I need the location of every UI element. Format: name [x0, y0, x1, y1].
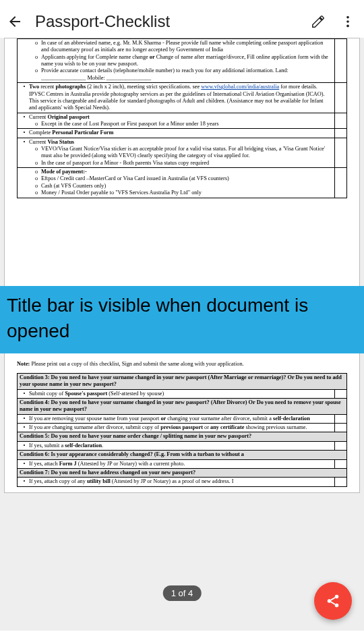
checklist-text: Money / Postal Order payable to "VFS Ser… [41, 190, 332, 196]
svg-point-4 [328, 599, 332, 603]
checklist-text: If yes, submit a self-declaration. [29, 442, 332, 449]
condition-header: Condition 7: Do you need to have address… [18, 468, 347, 477]
share-fab[interactable] [314, 582, 352, 620]
checklist-text: Cash (at VFS Counters only) [41, 183, 332, 190]
back-button[interactable] [5, 12, 24, 31]
checklist-text: Provide accurate contact details (teleph… [41, 67, 332, 82]
more-button[interactable] [340, 13, 356, 30]
svg-point-1 [346, 20, 349, 23]
condition-header: Condition 4: Do you need to have your su… [18, 399, 347, 415]
checklist-text: Submit copy of Spouse's passport (Self-a… [29, 391, 332, 397]
svg-point-0 [346, 16, 349, 19]
note-text: Note: Please print out a copy of this ch… [17, 361, 347, 368]
checklist-text: Except in the case of Lost Passport or F… [41, 121, 332, 127]
checklist-text: If yes, attach Form J (Attested by JP or… [29, 461, 332, 467]
svg-point-2 [346, 25, 349, 28]
checklist-text: Complete Personal Particular Form [29, 130, 332, 136]
arrow-left-icon [7, 13, 23, 30]
checklist-text: Applicants applying for Complete name ch… [41, 54, 332, 68]
checklist-text: If you are removing your spouse name fro… [29, 415, 332, 422]
more-vert-icon [340, 14, 355, 29]
condition-header: Condition 6: Is your appearance consider… [18, 451, 347, 459]
checklist-text: VEVO/Visa Grant Notice/Visa sticker is a… [41, 146, 332, 160]
app-header: Passport-Checklist [0, 5, 364, 38]
svg-point-5 [335, 604, 339, 608]
document-page-2: Note: Please print out a copy of this ch… [4, 351, 360, 493]
checklist-text: If you are changing surname after divorc… [29, 424, 332, 431]
share-icon [326, 594, 340, 608]
checklist-text: Current Visa Status [29, 139, 332, 146]
checklist-text: In case of an abbreviated name, e.g. Mr.… [41, 40, 332, 54]
checklist-text: Mode of payment:- [41, 169, 332, 175]
condition-header: Condition 3: Do you need to have your su… [18, 373, 347, 389]
page-indicator: 1 of 4 [163, 585, 202, 601]
checklist-text: In the case of passport for a Minor - Bo… [41, 160, 332, 167]
info-banner: Title bar is visible when document is op… [0, 286, 364, 353]
checklist-text: Eftpos / Credit card –MasterCard or Visa… [41, 175, 332, 182]
edit-button[interactable] [310, 13, 326, 30]
checklist-text: If yes, attach copy of any utility bill … [29, 478, 332, 485]
page-title: Passport-Checklist [35, 12, 299, 31]
condition-header: Condition 5: Do you need to have your na… [18, 432, 347, 441]
checklist-text: Two recent photographs (2 inch x 2 inch)… [29, 84, 332, 111]
checklist-text: Current Original passport [29, 114, 332, 121]
pencil-icon [311, 14, 326, 29]
svg-point-3 [335, 595, 339, 599]
